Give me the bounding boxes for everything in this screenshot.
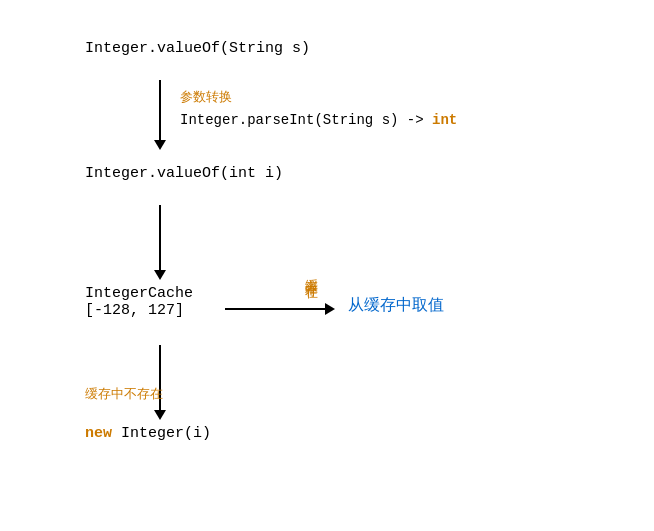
arrow-node3-to-node4 [154, 345, 166, 420]
arrow-cache-to-right [225, 303, 335, 315]
new-keyword: new [85, 425, 112, 442]
node-integercache: IntegerCache [-128, 127] [85, 285, 193, 319]
label-from-cache: 从缓存中取值 [348, 295, 444, 316]
arrow-node1-to-node2 [154, 80, 166, 150]
node-valueof-int: Integer.valueOf(int i) [85, 165, 283, 182]
integer-rest: Integer(i) [112, 425, 211, 442]
label-parseint: Integer.parseInt(String s) -> int [180, 112, 457, 128]
diagram: Integer.valueOf(String s) 参数转换 Integer.p… [0, 0, 654, 531]
node-new-integer: new Integer(i) [85, 425, 211, 442]
label-cache-exist: 缓存中存在 [302, 268, 319, 278]
label-cansuanzhuan: 参数转换 [180, 88, 232, 106]
parseint-text: Integer.parseInt(String s) -> [180, 112, 432, 128]
int-keyword: int [432, 112, 457, 128]
node-valueof-string: Integer.valueOf(String s) [85, 40, 310, 57]
arrow-node2-to-node3 [154, 205, 166, 280]
cache-name: IntegerCache [85, 285, 193, 302]
cache-range: [-128, 127] [85, 302, 193, 319]
label-cache-not-exist: 缓存中不存在 [85, 385, 163, 403]
